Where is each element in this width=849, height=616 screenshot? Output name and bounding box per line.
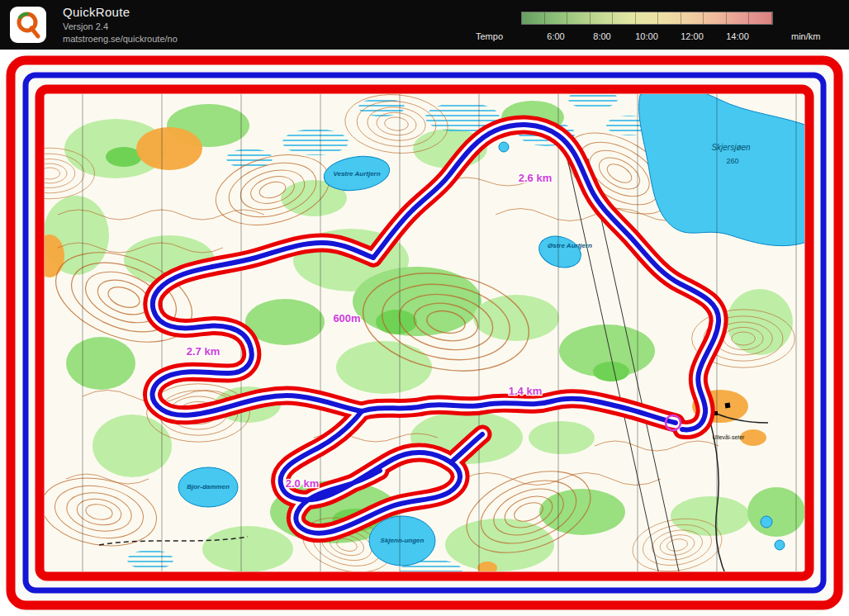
legend-unit: min/km bbox=[791, 31, 820, 41]
quickroute-logo-icon bbox=[13, 10, 43, 40]
distance-marker: 600m bbox=[333, 312, 360, 325]
legend-tick-0: 6:00 bbox=[547, 31, 564, 41]
pace-legend-labels: Tempo 6:00 8:00 10:00 12:00 14:00 min/km bbox=[476, 31, 837, 43]
map-terrain bbox=[4, 86, 813, 595]
title-block: QuickRoute Versjon 2.4 matstroeng.se/qui… bbox=[63, 5, 178, 45]
quickroute-logo bbox=[10, 7, 46, 43]
pace-legend: Tempo 6:00 8:00 10:00 12:00 14:00 min/km bbox=[476, 7, 837, 45]
legend-tick-3: 12:00 bbox=[681, 31, 704, 41]
lake-elevation-label: 260 bbox=[726, 157, 738, 165]
distance-marker: 1.4 km bbox=[509, 385, 542, 397]
app-version: Versjon 2.4 bbox=[63, 21, 178, 33]
distance-marker: 2.0 km bbox=[286, 477, 319, 490]
legend-tick-4: 14:00 bbox=[726, 31, 749, 41]
distance-marker: 2.7 km bbox=[187, 345, 220, 358]
app-title: QuickRoute bbox=[63, 5, 178, 21]
legend-tick-1: 8:00 bbox=[593, 31, 610, 41]
distance-marker: 2.6 km bbox=[519, 172, 552, 184]
place-label-ullevalseter: Ullevål-seter bbox=[713, 434, 746, 440]
legend-label: Tempo bbox=[476, 31, 503, 41]
map-canvas[interactable]: Skjersjøen 260 Vestre Aurtjern Østre Aur… bbox=[0, 50, 849, 616]
lake-label-ostre-aurtjern: Østre Aurtjern bbox=[548, 242, 592, 249]
lake-label-vestre-aurtjern: Vestre Aurtjern bbox=[333, 170, 380, 178]
lake-label-skjersjoen: Skjersjøen bbox=[711, 143, 751, 152]
quickroute-window: QuickRoute Versjon 2.4 matstroeng.se/qui… bbox=[0, 0, 849, 616]
lake-label-bjordammen: Bjor-dammen bbox=[187, 483, 230, 490]
app-website: matstroeng.se/quickroute/no bbox=[63, 34, 178, 45]
pace-gradient-bar[interactable] bbox=[521, 12, 773, 25]
header: QuickRoute Versjon 2.4 matstroeng.se/qui… bbox=[0, 0, 849, 50]
orienteering-map: Skjersjøen 260 Vestre Aurtjern Østre Aur… bbox=[0, 50, 849, 616]
lake-label-skjennungen: Skjenn-ungen bbox=[381, 537, 424, 544]
legend-tick-2: 10:00 bbox=[635, 31, 658, 41]
